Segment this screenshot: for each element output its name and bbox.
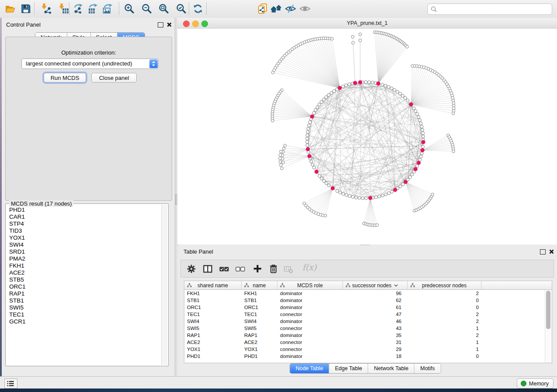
network-node[interactable] (348, 195, 351, 198)
mcds-result-item[interactable]: CAR1 (6, 213, 161, 220)
table-tab-network-table[interactable]: Network Table (368, 364, 415, 373)
network-node[interactable] (452, 112, 455, 115)
float-table-panel-icon[interactable] (540, 249, 546, 254)
mcds-result-item[interactable]: GCR1 (6, 318, 161, 325)
network-hub-node[interactable] (358, 80, 362, 84)
network-hub-node[interactable] (414, 167, 418, 171)
network-node[interactable] (352, 41, 355, 45)
network-hub-node[interactable] (393, 188, 397, 192)
network-node[interactable] (452, 150, 455, 153)
network-node[interactable] (327, 93, 330, 96)
column-header-MCDS-role[interactable]: MCDS role (277, 281, 343, 290)
network-node[interactable] (420, 152, 423, 155)
first-neighbors-icon[interactable] (270, 3, 282, 14)
network-node[interactable] (358, 196, 361, 199)
network-node[interactable] (318, 103, 321, 106)
delete-column-trash-icon[interactable] (269, 264, 278, 275)
network-node[interactable] (421, 128, 424, 131)
show-columns-icon[interactable] (203, 265, 212, 275)
network-node[interactable] (378, 195, 381, 198)
network-hub-node[interactable] (310, 115, 314, 119)
select-all-columns-icon[interactable] (219, 266, 229, 274)
network-node[interactable] (306, 144, 309, 147)
search-input[interactable] (439, 6, 552, 13)
mcds-result-item[interactable]: TID3 (6, 227, 161, 234)
network-node[interactable] (322, 98, 325, 101)
network-hub-node[interactable] (315, 170, 318, 174)
network-node[interactable] (398, 92, 401, 95)
mcds-result-item[interactable]: STB1 (6, 297, 161, 304)
network-node[interactable] (342, 193, 345, 196)
network-canvas[interactable] (177, 29, 557, 244)
network-node[interactable] (324, 214, 327, 217)
network-node[interactable] (280, 150, 283, 153)
column-header-name[interactable]: name (242, 281, 277, 290)
network-node[interactable] (399, 185, 402, 188)
export-image-icon[interactable] (102, 3, 114, 14)
network-node[interactable] (306, 134, 309, 137)
network-hub-node[interactable] (306, 148, 310, 151)
network-node[interactable] (345, 84, 348, 87)
network-node[interactable] (359, 33, 362, 36)
network-node[interactable] (351, 35, 354, 38)
table-row[interactable]: RAP1RAP1dominator352 (184, 332, 552, 339)
network-hub-node[interactable] (417, 161, 421, 165)
network-node[interactable] (381, 194, 384, 197)
network-node[interactable] (404, 96, 407, 100)
network-hub-node[interactable] (422, 140, 426, 144)
network-node[interactable] (314, 109, 317, 112)
network-node[interactable] (374, 196, 377, 199)
network-node[interactable] (279, 160, 282, 163)
network-node[interactable] (311, 163, 314, 166)
network-hub-node[interactable] (368, 196, 372, 200)
network-node[interactable] (330, 92, 333, 95)
network-node[interactable] (327, 184, 330, 187)
network-hub-node[interactable] (421, 148, 425, 152)
network-node[interactable] (279, 154, 282, 157)
import-table-icon[interactable] (58, 3, 69, 14)
network-node[interactable] (412, 107, 415, 110)
network-node[interactable] (422, 135, 425, 138)
network-node[interactable] (351, 195, 354, 198)
network-node[interactable] (384, 193, 387, 196)
table-row[interactable]: ACE2ACE2connector311 (184, 339, 552, 346)
network-node[interactable] (279, 157, 282, 160)
table-row[interactable]: PHD1PHD1dominator180 (184, 353, 552, 360)
zoom-selected-icon[interactable] (176, 3, 187, 14)
network-node[interactable] (359, 39, 362, 42)
network-node[interactable] (365, 197, 368, 200)
network-node[interactable] (312, 111, 315, 114)
run-mcds-button[interactable]: Run MCDS (44, 73, 86, 83)
close-panel-button[interactable]: Close panel (91, 73, 137, 83)
network-node[interactable] (306, 137, 309, 140)
network-hub-node[interactable] (409, 103, 413, 107)
zoom-out-icon[interactable] (141, 3, 152, 14)
network-node[interactable] (414, 110, 417, 113)
export-network-icon[interactable] (73, 3, 84, 14)
export-table-icon[interactable] (87, 3, 99, 14)
float-panel-icon[interactable] (158, 22, 163, 28)
mcds-result-item[interactable]: RAP1 (6, 290, 161, 297)
network-node[interactable] (376, 224, 379, 227)
refresh-layout-icon[interactable] (192, 3, 204, 14)
network-node[interactable] (390, 87, 393, 90)
mcds-result-item[interactable]: ACE2 (6, 269, 161, 276)
network-node[interactable] (431, 193, 434, 196)
destroy-table-icon[interactable] (284, 266, 293, 275)
network-node[interactable] (331, 38, 334, 41)
network-node[interactable] (306, 131, 309, 134)
mcds-result-item[interactable]: STP4 (6, 220, 161, 227)
mcds-result-item[interactable]: YOX1 (6, 234, 161, 241)
network-node[interactable] (325, 96, 328, 99)
network-node[interactable] (361, 196, 364, 199)
network-node[interactable] (417, 116, 420, 119)
network-node[interactable] (387, 192, 391, 195)
network-node[interactable] (316, 106, 319, 109)
network-node[interactable] (320, 100, 323, 103)
network-node[interactable] (320, 177, 323, 180)
network-node[interactable] (342, 85, 345, 88)
network-node[interactable] (355, 196, 358, 199)
optimization-criterion-select[interactable]: largest connected component (undirected) (21, 58, 159, 69)
memory-button[interactable]: Memory (517, 378, 554, 389)
network-node[interactable] (393, 89, 396, 92)
